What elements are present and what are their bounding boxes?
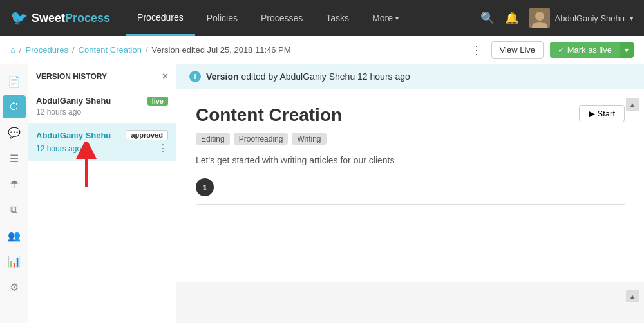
top-navigation: 🐦 SweetProcess Procedures Policies Proce…	[0, 0, 644, 36]
version-item-header: AbdulGaniy Shehu live	[36, 96, 168, 106]
version-options-icon[interactable]: ⋮	[158, 142, 168, 154]
start-button[interactable]: ▶ Start	[579, 105, 625, 122]
content-body: ▶ Start Content Creation Editing Proofre…	[176, 89, 644, 282]
svg-point-1	[535, 12, 544, 21]
version-panel-header: VERSION HISTORY ×	[28, 64, 176, 89]
logo-bird-icon: 🐦	[10, 10, 28, 26]
scroll-down-area: ▲	[626, 290, 639, 302]
avatar	[529, 8, 550, 28]
more-options-icon[interactable]: ⋮	[468, 41, 485, 60]
mark-as-live-button[interactable]: ✓ Mark as live	[550, 42, 620, 58]
content-title: Content Creation	[196, 105, 625, 125]
nav-item-procedures[interactable]: Procedures	[126, 0, 195, 36]
version-item[interactable]: AbdulGaniy Shehu live 12 hours ago	[28, 89, 176, 124]
version-time-selected[interactable]: 12 hours ago	[36, 144, 81, 153]
content-area: i Version edited by AbdulGaniy Shehu 12 …	[176, 64, 644, 323]
notification-bell-icon[interactable]: 🔔	[505, 11, 519, 25]
nav-items: Procedures Policies Processes Tasks More…	[126, 0, 480, 36]
sidebar-item-coverage[interactable]: ☂	[3, 172, 26, 196]
sidebar-item-history[interactable]: ⏱	[3, 95, 26, 118]
breadcrumb-content-creation[interactable]: Content Creation	[79, 45, 142, 55]
sidebar-item-team[interactable]: 👥	[3, 224, 26, 247]
scroll-up-area: ▲	[626, 98, 639, 111]
version-user-name: AbdulGaniy Shehu	[36, 96, 111, 106]
nav-item-more[interactable]: More ▾	[361, 0, 410, 36]
version-status-badge: live	[147, 97, 168, 106]
mark-as-live-dropdown-button[interactable]: ▾	[620, 42, 634, 58]
nav-item-tasks[interactable]: Tasks	[314, 0, 361, 36]
tags-row: Editing Proofreading Writing	[196, 133, 625, 145]
scroll-up-button[interactable]: ▲	[626, 98, 639, 111]
main-layout: 📄 ⏱ 💬 ☰ ☂ ⧉ 👥 📊 ⚙ VERSION HISTORY × Abdu…	[0, 64, 644, 323]
step-number: 1	[196, 178, 214, 196]
version-item-selected[interactable]: AbdulGaniy Shehu approved 12 hours ago ⋮	[28, 124, 176, 162]
version-banner: i Version edited by AbdulGaniy Shehu 12 …	[176, 64, 644, 89]
breadcrumb-actions: ⋮ View Live ✓ Mark as live ▾	[468, 41, 634, 60]
scroll-down-button[interactable]: ▲	[626, 290, 639, 302]
sidebar-item-reports[interactable]: 📊	[3, 250, 26, 273]
user-menu[interactable]: AbdulGaniy Shehu ▾	[529, 8, 634, 28]
sidebar-item-copy[interactable]: ⧉	[3, 198, 26, 221]
version-panel-close-button[interactable]: ×	[162, 71, 168, 82]
content-description: Let's get started with writing articles …	[196, 155, 625, 165]
breadcrumb-procedures[interactable]: Procedures	[25, 45, 68, 55]
logo[interactable]: 🐦 SweetProcess	[10, 10, 110, 26]
version-approved-badge: approved	[126, 130, 168, 140]
icon-sidebar: 📄 ⏱ 💬 ☰ ☂ ⧉ 👥 📊 ⚙	[0, 64, 28, 323]
home-icon[interactable]: ⌂	[10, 45, 15, 55]
nav-right: 🔍 🔔 AbdulGaniy Shehu ▾	[480, 8, 634, 28]
user-chevron-icon: ▾	[630, 14, 634, 23]
sidebar-item-document[interactable]: 📄	[3, 69, 26, 93]
version-time: 12 hours ago	[36, 107, 168, 116]
content-divider	[196, 204, 625, 205]
view-live-button[interactable]: View Live	[491, 41, 544, 59]
breadcrumb-current: Version edited Jul 25, 2018 11:46 PM	[152, 45, 291, 55]
search-icon[interactable]: 🔍	[480, 11, 495, 25]
sidebar-item-comments[interactable]: 💬	[3, 121, 26, 144]
sidebar-item-list[interactable]: ☰	[3, 147, 26, 170]
nav-item-policies[interactable]: Policies	[195, 0, 249, 36]
breadcrumb-bar: ⌂ / Procedures / Content Creation / Vers…	[0, 36, 644, 64]
more-chevron-icon: ▾	[395, 15, 399, 22]
tag-writing[interactable]: Writing	[292, 133, 326, 145]
user-name: AbdulGaniy Shehu	[555, 14, 625, 23]
version-info-icon: i	[189, 71, 201, 82]
version-user-name-selected: AbdulGaniy Shehu	[36, 131, 111, 140]
sidebar-item-settings[interactable]: ⚙	[3, 275, 26, 299]
logo-text: SweetProcess	[32, 12, 110, 25]
tag-proofreading[interactable]: Proofreading	[234, 133, 289, 145]
mark-as-live-group: ✓ Mark as live ▾	[550, 42, 634, 58]
version-panel: VERSION HISTORY × AbdulGaniy Shehu live …	[28, 64, 176, 323]
version-item-header-selected: AbdulGaniy Shehu approved	[36, 130, 168, 140]
breadcrumb: ⌂ / Procedures / Content Creation / Vers…	[10, 45, 291, 55]
version-banner-text: Version edited by AbdulGaniy Shehu 12 ho…	[206, 71, 410, 82]
nav-item-processes[interactable]: Processes	[249, 0, 314, 36]
version-panel-title: VERSION HISTORY	[36, 72, 107, 81]
tag-editing[interactable]: Editing	[196, 133, 230, 145]
